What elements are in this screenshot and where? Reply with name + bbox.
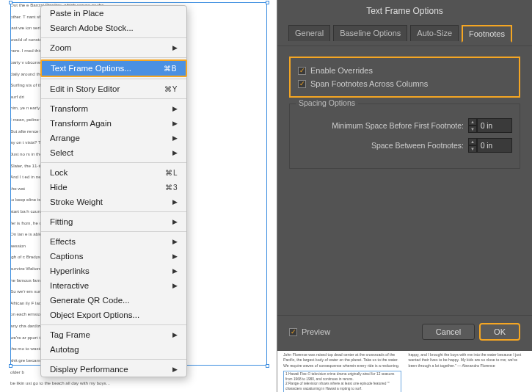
chevron-right-icon: ▶ — [172, 366, 178, 373]
chevron-right-icon: ▶ — [172, 282, 178, 289]
chevron-right-icon: ▶ — [172, 44, 178, 51]
menu-item[interactable]: Transform Again▶ — [41, 116, 186, 131]
step-up-icon[interactable]: ▲ — [468, 118, 477, 126]
menu-item[interactable]: Effects▶ — [41, 234, 186, 249]
menu-item[interactable]: Transform▶ — [41, 101, 186, 116]
preview-label: Preview — [302, 327, 330, 336]
menu-item[interactable]: Generate QR Code... — [41, 293, 186, 308]
min-space-input[interactable]: ▲▼ — [468, 118, 512, 133]
chevron-right-icon: ▶ — [172, 218, 178, 225]
step-up-icon[interactable]: ▲ — [468, 138, 477, 145]
spacing-options-group: Spacing Options Minimum Space Before Fir… — [289, 104, 520, 169]
menu-item[interactable]: Arrange▶ — [41, 131, 186, 145]
min-space-field[interactable] — [477, 118, 512, 133]
ok-button[interactable]: OK — [479, 323, 520, 341]
bottom-col-2: happy, and I brought the boys with me in… — [409, 352, 527, 391]
chevron-right-icon: ▶ — [172, 238, 178, 245]
chevron-right-icon: ▶ — [172, 198, 178, 206]
menu-item[interactable]: Paste in Place — [41, 6, 186, 21]
spacing-options-label: Spacing Options — [296, 98, 358, 107]
min-space-label: Minimum Space Before First Footnote: — [297, 121, 464, 130]
step-down-icon[interactable]: ▼ — [468, 126, 477, 133]
dialog-footer: ✓ Preview Cancel OK — [277, 315, 532, 348]
menu-item[interactable]: Edit in Story Editor⌘Y — [41, 81, 186, 96]
enable-overrides-label: Enable Overrides — [310, 66, 373, 75]
step-down-icon[interactable]: ▼ — [468, 145, 477, 153]
chevron-right-icon: ▶ — [172, 267, 178, 275]
chevron-right-icon: ▶ — [172, 331, 178, 338]
menu-item[interactable]: Stroke Weight▶ — [41, 195, 186, 209]
between-footnotes-input[interactable]: ▲▼ — [468, 138, 512, 153]
chevron-right-icon: ▶ — [172, 120, 178, 127]
checkbox-icon: ✓ — [298, 67, 306, 75]
tab-footnotes[interactable]: Footnotes — [462, 25, 512, 43]
menu-item[interactable]: Search Adobe Stock... — [41, 21, 186, 35]
menu-item[interactable]: Hyperlinks▶ — [41, 264, 186, 278]
menu-item[interactable]: Hide⌘3 — [41, 180, 186, 195]
selection-handle[interactable] — [266, 364, 269, 368]
menu-item[interactable]: Select▶ — [41, 145, 186, 160]
chevron-right-icon: ▶ — [172, 105, 178, 112]
menu-item[interactable]: Autotag — [41, 342, 186, 357]
dialog-title: Text Frame Options — [277, 0, 532, 25]
menu-item[interactable]: Text Frame Options...⌘B — [40, 59, 187, 77]
preview-checkbox[interactable]: ✓ Preview — [289, 325, 330, 338]
menu-item[interactable]: Zoom▶ — [41, 40, 186, 55]
menu-item[interactable]: Captions▶ — [41, 249, 186, 264]
overrides-group: ✓ Enable Overrides ✓ Span Footnotes Acro… — [289, 57, 520, 98]
selection-handle[interactable] — [266, 1, 269, 4]
bottom-col-1: John Florence was raised top dead center… — [283, 352, 401, 391]
document-panel-bottom: John Florence was raised top dead center… — [277, 351, 532, 392]
enable-overrides-checkbox[interactable]: ✓ Enable Overrides — [298, 64, 511, 77]
between-footnotes-label: Space Between Footnotes: — [297, 141, 464, 150]
menu-item[interactable]: Display Performance▶ — [41, 362, 186, 377]
dialog-tabs: General Baseline Options Auto-Size Footn… — [277, 25, 532, 46]
checkbox-icon: ✓ — [289, 328, 297, 336]
cancel-button[interactable]: Cancel — [422, 324, 475, 340]
chevron-right-icon: ▶ — [172, 134, 178, 142]
menu-item[interactable]: Fitting▶ — [41, 214, 186, 229]
menu-item[interactable]: Tag Frame▶ — [41, 327, 186, 342]
document-panel-left: Out the e Banzai Pipeline, which serves … — [0, 0, 277, 392]
menu-item[interactable]: Object Export Options... — [41, 308, 186, 322]
dialog-panel: Text Frame Options General Baseline Opti… — [277, 0, 532, 392]
context-menu: Paste in PlaceSearch Adobe Stock...Zoom▶… — [40, 5, 187, 377]
menu-item[interactable]: Interactive▶ — [41, 278, 186, 293]
span-footnotes-checkbox[interactable]: ✓ Span Footnotes Across Columns — [298, 77, 511, 90]
menu-item[interactable]: Lock⌘L — [41, 165, 186, 180]
selection-handle[interactable] — [9, 1, 12, 4]
span-footnotes-label: Span Footnotes Across Columns — [310, 79, 428, 88]
tab-general[interactable]: General — [288, 25, 330, 41]
between-footnotes-field[interactable] — [477, 138, 512, 153]
chevron-right-icon: ▶ — [172, 253, 178, 260]
checkbox-icon: ✓ — [298, 80, 306, 88]
tab-baseline-options[interactable]: Baseline Options — [333, 25, 407, 41]
chevron-right-icon: ▶ — [172, 149, 178, 156]
selection-handle[interactable] — [9, 364, 12, 368]
tab-auto-size[interactable]: Auto-Size — [410, 25, 459, 41]
footnote-box-bottom: 1 Hawaii Five-O television crime drama o… — [283, 371, 401, 392]
